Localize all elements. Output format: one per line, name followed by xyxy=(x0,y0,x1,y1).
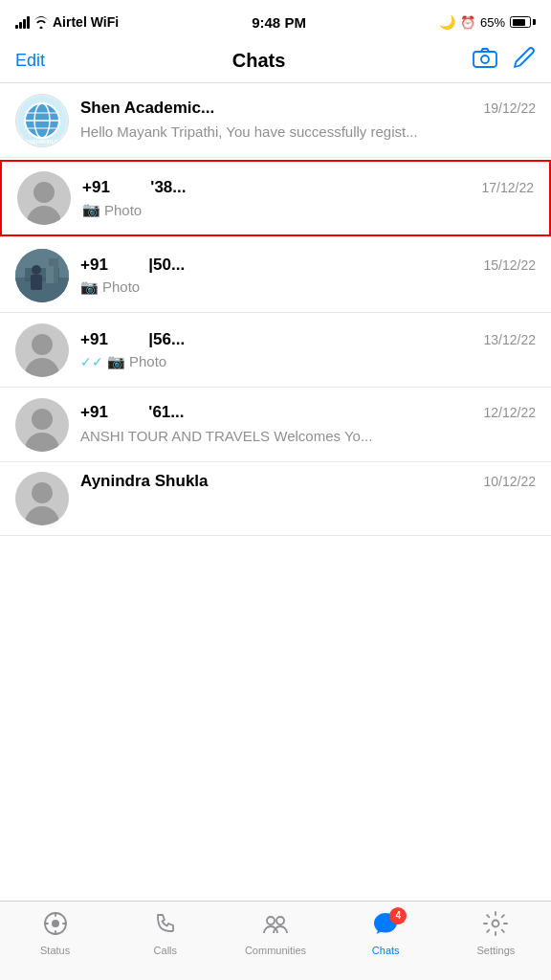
chat-content: Aynindra Shukla 10/12/22 xyxy=(80,472,536,495)
chat-item[interactable]: SNEHWORLD Shen Academic... 19/12/22 Hell… xyxy=(0,83,551,158)
chat-item-highlighted[interactable]: +91 '38... 17/12/22 📷 Photo xyxy=(0,160,551,236)
wifi-icon xyxy=(33,16,49,29)
tab-bar: Status Calls Communities 4 xyxy=(0,901,551,980)
read-receipt-icon: ✓✓ xyxy=(80,354,103,369)
tab-communities-label: Communities xyxy=(245,945,306,956)
svg-point-12 xyxy=(32,265,41,275)
status-carrier: Airtel WiFi xyxy=(15,14,119,30)
tab-calls-label: Calls xyxy=(154,945,177,956)
chat-content: +91 |56... 13/12/22 ✓✓ 📷 Photo xyxy=(80,330,536,370)
svg-point-19 xyxy=(276,917,284,924)
svg-point-18 xyxy=(267,917,275,924)
chat-name: +91 '38... xyxy=(82,178,474,197)
person-avatar xyxy=(15,323,69,377)
svg-rect-13 xyxy=(31,275,42,290)
chat-item[interactable]: +91 '61... 12/12/22 ANSHI TOUR AND TRAVE… xyxy=(0,388,551,462)
svg-point-20 xyxy=(493,920,499,926)
avatar xyxy=(15,323,69,377)
chat-top: +91 '61... 12/12/22 xyxy=(80,403,536,422)
nav-icons xyxy=(473,46,536,75)
signal-icon xyxy=(15,15,30,29)
chat-preview: ANSHI TOUR AND TRAVELS Welcomes Yo... xyxy=(80,426,536,446)
avatar-photo xyxy=(15,249,69,302)
status-bar: Airtel WiFi 9:48 PM 🌙 ⏰ 65% xyxy=(0,0,551,42)
chat-top: Aynindra Shukla 10/12/22 xyxy=(80,472,536,491)
chat-item[interactable]: +91 |50... 15/12/22 📷 Photo xyxy=(0,238,551,313)
svg-point-1 xyxy=(481,56,489,63)
chat-preview: ✓✓ 📷 Photo xyxy=(80,353,536,370)
chat-top: +91 |56... 13/12/22 xyxy=(80,330,536,349)
alarm-icon: ⏰ xyxy=(460,15,475,30)
chat-content: +91 |50... 15/12/22 📷 Photo xyxy=(80,256,536,296)
camera-button[interactable] xyxy=(473,47,497,74)
tab-communities[interactable]: Communities xyxy=(220,911,330,956)
status-icon xyxy=(43,911,68,942)
chat-time: 15/12/22 xyxy=(484,257,537,273)
nav-bar: Edit Chats xyxy=(0,42,551,83)
chat-content: +91 '61... 12/12/22 ANSHI TOUR AND TRAVE… xyxy=(80,403,536,446)
chat-time: 17/12/22 xyxy=(482,180,535,195)
calls-icon xyxy=(153,911,178,942)
page-title: Chats xyxy=(232,50,286,72)
chat-preview: 📷 Photo xyxy=(82,201,534,218)
chat-top: +91 '38... 17/12/22 xyxy=(82,178,534,197)
communities-icon xyxy=(262,911,289,942)
settings-icon xyxy=(483,911,508,942)
chat-content: +91 '38... 17/12/22 📷 Photo xyxy=(82,178,534,218)
tab-status-label: Status xyxy=(40,945,70,956)
avatar xyxy=(15,249,69,302)
chat-content: Shen Academic... 19/12/22 Hello Mayank T… xyxy=(80,99,536,142)
carrier-name: Airtel WiFi xyxy=(53,14,119,30)
chat-list: SNEHWORLD Shen Academic... 19/12/22 Hell… xyxy=(0,83,551,536)
person-avatar xyxy=(15,472,69,525)
chat-top: +91 |50... 15/12/22 xyxy=(80,256,536,275)
chat-item-partial[interactable]: Aynindra Shukla 10/12/22 xyxy=(0,462,551,536)
chat-preview: 📷 Photo xyxy=(80,278,536,296)
person-avatar xyxy=(17,171,71,225)
preview-text: Photo xyxy=(129,353,166,369)
camera-icon: 📷 xyxy=(82,201,100,218)
chat-time: 12/12/22 xyxy=(484,405,537,420)
chat-name: +91 |50... xyxy=(80,256,476,275)
tab-settings[interactable]: Settings xyxy=(441,911,551,956)
svg-rect-0 xyxy=(474,52,496,67)
camera-icon: 📷 xyxy=(107,353,125,370)
edit-button[interactable]: Edit xyxy=(15,51,45,71)
chat-name: Shen Academic... xyxy=(80,99,476,118)
svg-rect-15 xyxy=(46,266,54,283)
tab-chats[interactable]: 4 Chats xyxy=(331,911,441,956)
tab-calls[interactable]: Calls xyxy=(110,911,220,956)
chat-badge: 4 xyxy=(389,907,407,924)
compose-button[interactable] xyxy=(513,46,536,75)
chat-name: +91 |56... xyxy=(80,330,476,349)
tab-settings-label: Settings xyxy=(477,945,516,956)
status-indicators: 🌙 ⏰ 65% xyxy=(439,14,536,30)
moon-icon: 🌙 xyxy=(439,14,455,30)
chat-name: +91 '61... xyxy=(80,403,476,422)
chat-name: Aynindra Shukla xyxy=(80,472,476,491)
snehworld-logo: SNEHWORLD xyxy=(17,96,67,145)
tab-chats-label: Chats xyxy=(372,945,400,956)
tab-status[interactable]: Status xyxy=(0,911,110,956)
status-time: 9:48 PM xyxy=(252,14,306,31)
camera-icon: 📷 xyxy=(80,278,99,296)
avatar xyxy=(15,472,69,525)
chat-item[interactable]: +91 |56... 13/12/22 ✓✓ 📷 Photo xyxy=(0,313,551,388)
chat-time: 10/12/22 xyxy=(484,474,537,489)
battery-icon xyxy=(510,16,536,28)
avatar: SNEHWORLD xyxy=(15,94,69,147)
chats-icon: 4 xyxy=(372,911,399,942)
svg-text:SNEHWORLD: SNEHWORLD xyxy=(27,139,58,145)
chat-preview: Hello Mayank Tripathi, You have successf… xyxy=(80,122,536,142)
battery-percent: 65% xyxy=(480,15,505,30)
preview-text: Photo xyxy=(104,202,142,218)
chat-time: 19/12/22 xyxy=(484,100,537,116)
person-avatar xyxy=(15,398,69,452)
chat-time: 13/12/22 xyxy=(484,332,537,347)
avatar xyxy=(15,398,69,452)
chat-top: Shen Academic... 19/12/22 xyxy=(80,99,536,118)
svg-point-17 xyxy=(52,920,59,927)
preview-text: Photo xyxy=(102,278,140,295)
avatar xyxy=(17,171,71,225)
